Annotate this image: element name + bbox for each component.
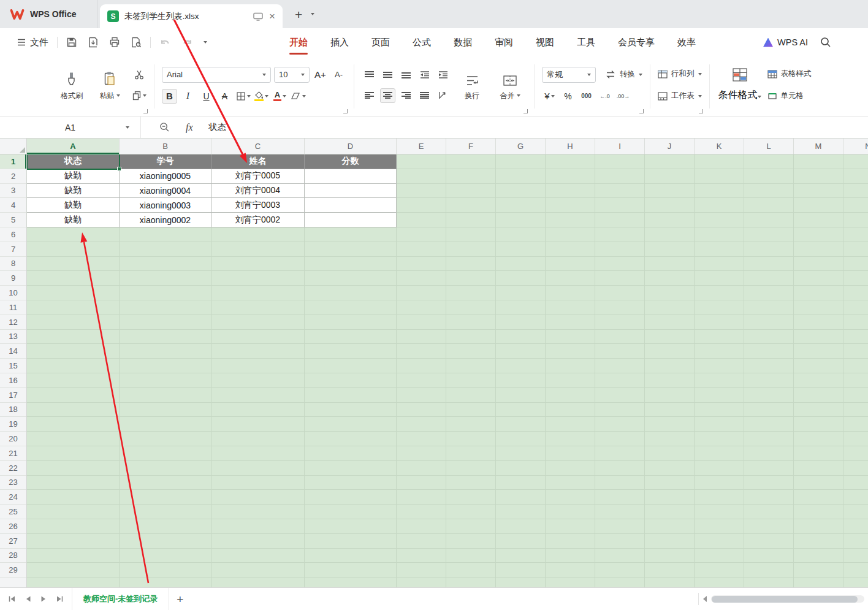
column-header-B[interactable]: B	[120, 139, 211, 154]
cell-B30[interactable]	[120, 578, 211, 587]
cell-M25[interactable]	[794, 505, 843, 519]
cell-M30[interactable]	[794, 578, 843, 587]
cell-J27[interactable]	[645, 534, 695, 549]
horizontal-scrollbar[interactable]	[703, 595, 864, 603]
cell-G1[interactable]	[496, 154, 546, 169]
cell-E23[interactable]	[397, 476, 446, 490]
cell-I23[interactable]	[595, 476, 645, 490]
cell-N22[interactable]	[843, 461, 868, 476]
row-header-2[interactable]: 2	[0, 169, 26, 184]
cell-J14[interactable]	[645, 344, 695, 359]
cell-K12[interactable]	[695, 315, 744, 330]
cell-E26[interactable]	[397, 519, 446, 534]
cell-B22[interactable]	[120, 461, 211, 476]
column-header-K[interactable]: K	[695, 139, 744, 154]
cell-K8[interactable]	[695, 257, 744, 272]
cell-N12[interactable]	[843, 315, 868, 330]
cell-N5[interactable]	[843, 213, 868, 227]
cell-L18[interactable]	[744, 403, 794, 417]
cell-D5[interactable]	[305, 213, 397, 227]
cell-E25[interactable]	[397, 505, 446, 519]
tab-home[interactable]: 开始	[289, 28, 308, 56]
cell-A4[interactable]: 缺勤	[27, 198, 120, 213]
cell-H7[interactable]	[546, 242, 595, 257]
cell-A20[interactable]	[27, 432, 120, 446]
row-header-30[interactable]	[0, 578, 26, 587]
cell-F9[interactable]	[446, 271, 496, 286]
font-size-select[interactable]: 10	[274, 67, 310, 83]
cell-M27[interactable]	[794, 534, 843, 549]
cell-N6[interactable]	[843, 227, 868, 242]
merge-cells-button[interactable]: 合并	[493, 69, 527, 101]
cell-B4[interactable]: xiaoning0003	[120, 198, 211, 213]
decrease-indent-button[interactable]	[417, 67, 432, 82]
cell-E4[interactable]	[397, 198, 446, 213]
row-header-13[interactable]: 13	[0, 330, 26, 345]
cell-A24[interactable]	[27, 490, 120, 505]
column-header-M[interactable]: M	[794, 139, 843, 154]
cell-H14[interactable]	[546, 344, 595, 359]
cell-K3[interactable]	[695, 184, 744, 199]
cell-H4[interactable]	[546, 198, 595, 213]
cell-D27[interactable]	[305, 534, 397, 549]
cell-A3[interactable]: 缺勤	[27, 184, 120, 199]
column-header-I[interactable]: I	[595, 139, 645, 154]
cell-F28[interactable]	[446, 549, 496, 563]
cell-L4[interactable]	[744, 198, 794, 213]
row-header-15[interactable]: 15	[0, 359, 26, 373]
cell-L8[interactable]	[744, 257, 794, 272]
cell-D14[interactable]	[305, 344, 397, 359]
cell-G28[interactable]	[496, 549, 546, 563]
cell-D11[interactable]	[305, 300, 397, 315]
cell-J2[interactable]	[645, 169, 695, 184]
cell-A5[interactable]: 缺勤	[27, 213, 120, 227]
cell-M23[interactable]	[794, 476, 843, 490]
cell-E5[interactable]	[397, 213, 446, 227]
cell-K24[interactable]	[695, 490, 744, 505]
cell-B28[interactable]	[120, 549, 211, 563]
cell-H5[interactable]	[546, 213, 595, 227]
cell-A28[interactable]	[27, 549, 120, 563]
cell-J15[interactable]	[645, 359, 695, 373]
cell-J3[interactable]	[645, 184, 695, 199]
row-header-18[interactable]: 18	[0, 403, 26, 417]
cell-C4[interactable]: 刘宵宁0003	[211, 198, 305, 213]
wrap-text-button[interactable]: 换行	[455, 69, 489, 101]
sheet-tab-active[interactable]: 教师空间-未签到记录	[72, 588, 169, 610]
cell-D29[interactable]	[305, 563, 397, 578]
print-icon[interactable]	[109, 37, 120, 48]
cell-H23[interactable]	[546, 476, 595, 490]
justify-button[interactable]	[417, 88, 432, 103]
increase-indent-button[interactable]	[435, 67, 451, 82]
cell-M8[interactable]	[794, 257, 843, 272]
cell-A23[interactable]	[27, 476, 120, 490]
cell-M26[interactable]	[794, 519, 843, 534]
cell-L6[interactable]	[744, 227, 794, 242]
rows-columns-button[interactable]: 行和列	[658, 66, 702, 82]
cell-J10[interactable]	[645, 286, 695, 300]
cell-K2[interactable]	[695, 169, 744, 184]
cell-C22[interactable]	[211, 461, 305, 476]
cell-C12[interactable]	[211, 315, 305, 330]
cell-I18[interactable]	[595, 403, 645, 417]
cell-D20[interactable]	[305, 432, 397, 446]
convert-button[interactable]: 转换	[605, 67, 642, 83]
cell-A2[interactable]: 缺勤	[27, 169, 120, 184]
cell-E2[interactable]	[397, 169, 446, 184]
cell-E14[interactable]	[397, 344, 446, 359]
cell-B11[interactable]	[120, 300, 211, 315]
cell-M12[interactable]	[794, 315, 843, 330]
cell-L20[interactable]	[744, 432, 794, 446]
cell-K21[interactable]	[695, 446, 744, 461]
column-header-L[interactable]: L	[744, 139, 794, 154]
cell-N24[interactable]	[843, 490, 868, 505]
cell-K14[interactable]	[695, 344, 744, 359]
cell-F13[interactable]	[446, 330, 496, 345]
cell-L13[interactable]	[744, 330, 794, 345]
cell-J17[interactable]	[645, 388, 695, 403]
cell-F24[interactable]	[446, 490, 496, 505]
cell-J1[interactable]	[645, 154, 695, 169]
cell-M20[interactable]	[794, 432, 843, 446]
cell-E17[interactable]	[397, 388, 446, 403]
cell-K7[interactable]	[695, 242, 744, 257]
